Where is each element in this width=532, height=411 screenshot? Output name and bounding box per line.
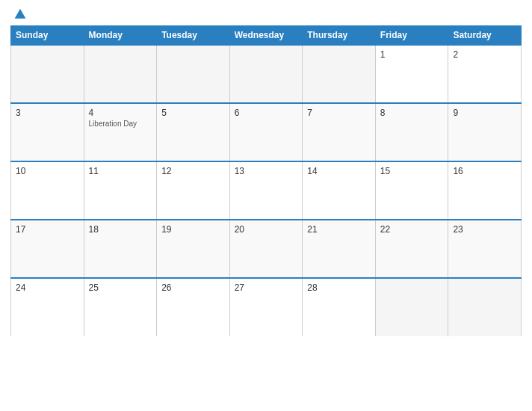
day-number: 26 (161, 282, 225, 293)
calendar-cell (84, 45, 157, 103)
week-row-3: 10111213141516 (11, 161, 522, 220)
weekday-header-wednesday: Wednesday (229, 26, 303, 46)
calendar-cell (303, 45, 376, 103)
day-number: 14 (307, 166, 371, 176)
day-number: 28 (307, 282, 371, 293)
day-number: 8 (380, 108, 444, 118)
day-number: 18 (89, 224, 152, 235)
weekday-header-row: SundayMondayTuesdayWednesdayThursdayFrid… (11, 26, 522, 46)
day-number: 5 (161, 108, 225, 118)
logo-icon (13, 7, 27, 21)
calendar-cell: 7 (303, 103, 376, 161)
calendar-cell: 13 (229, 161, 303, 220)
day-number: 24 (16, 282, 79, 293)
calendar-page: SundayMondayTuesdayWednesdayThursdayFrid… (0, 0, 532, 411)
calendar-cell: 12 (157, 161, 230, 220)
calendar-cell: 10 (11, 161, 84, 220)
day-number: 13 (235, 166, 298, 176)
calendar-cell: 20 (229, 220, 303, 278)
logo (13, 7, 28, 21)
week-row-1: 12 (11, 45, 522, 103)
calendar-cell: 22 (375, 220, 448, 278)
calendar-cell: 5 (157, 103, 230, 161)
day-number: 16 (453, 166, 516, 176)
weekday-header-thursday: Thursday (303, 26, 376, 46)
day-number: 15 (380, 166, 444, 176)
day-number: 22 (380, 224, 444, 235)
day-number: 20 (235, 224, 298, 235)
calendar-cell: 27 (229, 278, 303, 336)
calendar-cell (448, 278, 522, 336)
day-number: 1 (380, 49, 444, 60)
calendar-cell: 1 (375, 45, 448, 103)
calendar-cell: 26 (157, 278, 230, 336)
week-row-4: 17181920212223 (11, 220, 522, 278)
calendar-cell: 8 (375, 103, 448, 161)
day-number: 23 (453, 224, 516, 235)
calendar-cell: 25 (84, 278, 157, 336)
calendar-cell: 23 (448, 220, 522, 278)
week-row-5: 2425262728 (11, 278, 522, 336)
calendar-cell (375, 278, 448, 336)
calendar-cell (11, 45, 84, 103)
day-number: 3 (16, 108, 79, 118)
calendar-cell: 21 (303, 220, 376, 278)
calendar-cell: 24 (11, 278, 84, 336)
calendar-cell: 16 (448, 161, 522, 220)
calendar-cell: 28 (303, 278, 376, 336)
day-number: 4 (89, 108, 152, 118)
calendar-cell: 4Liberation Day (84, 103, 157, 161)
calendar-cell (229, 45, 303, 103)
day-number: 25 (89, 282, 152, 293)
weekday-header-saturday: Saturday (448, 26, 522, 46)
week-row-2: 34Liberation Day56789 (11, 103, 522, 161)
weekday-header-monday: Monday (84, 26, 157, 46)
weekday-header-friday: Friday (375, 26, 448, 46)
calendar-cell: 19 (157, 220, 230, 278)
calendar-cell: 2 (448, 45, 522, 103)
calendar-cell: 9 (448, 103, 522, 161)
calendar-cell: 15 (375, 161, 448, 220)
day-number: 2 (453, 49, 516, 60)
header (10, 7, 522, 21)
calendar-body: 1234Liberation Day5678910111213141516171… (11, 45, 522, 336)
day-number: 11 (89, 166, 152, 176)
svg-marker-0 (15, 9, 26, 19)
calendar-cell: 17 (11, 220, 84, 278)
day-event: Liberation Day (89, 120, 152, 128)
calendar-cell: 11 (84, 161, 157, 220)
day-number: 6 (235, 108, 298, 118)
calendar-cell: 18 (84, 220, 157, 278)
weekday-header-tuesday: Tuesday (157, 26, 230, 46)
day-number: 21 (307, 224, 371, 235)
day-number: 17 (16, 224, 79, 235)
calendar-cell: 3 (11, 103, 84, 161)
day-number: 7 (307, 108, 371, 118)
calendar-cell: 14 (303, 161, 376, 220)
weekday-header-sunday: Sunday (11, 26, 84, 46)
calendar-cell: 6 (229, 103, 303, 161)
day-number: 19 (161, 224, 225, 235)
day-number: 27 (235, 282, 298, 293)
calendar-cell (157, 45, 230, 103)
day-number: 9 (453, 108, 516, 118)
day-number: 10 (16, 166, 79, 176)
day-number: 12 (161, 166, 225, 176)
calendar-table: SundayMondayTuesdayWednesdayThursdayFrid… (10, 25, 522, 336)
